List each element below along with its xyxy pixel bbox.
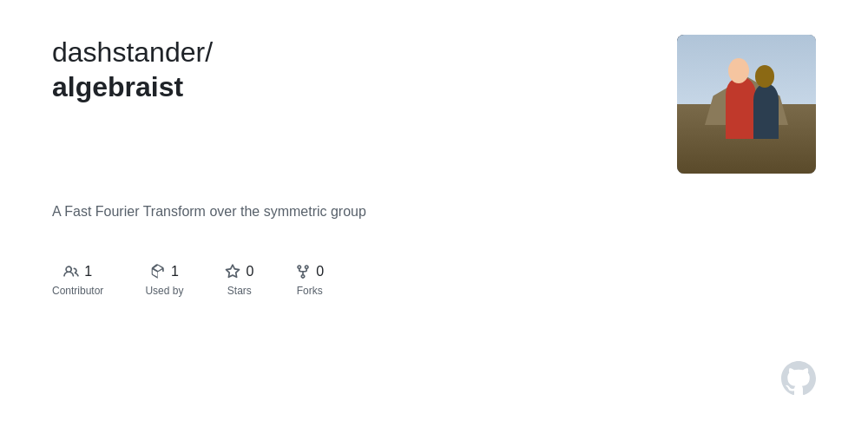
contributor-icon <box>63 264 79 279</box>
title-block: dashstander/ algebraist <box>52 35 642 104</box>
stats-row: 1 Contributor 1 Used by <box>52 264 816 297</box>
stat-contributor[interactable]: 1 Contributor <box>52 264 103 297</box>
stat-forks[interactable]: 0 Forks <box>295 264 324 297</box>
repo-name-block: algebraist <box>52 69 642 104</box>
avatar <box>677 35 816 174</box>
header-row: dashstander/ algebraist <box>52 35 816 174</box>
star-icon <box>225 264 240 279</box>
github-logo <box>781 361 816 399</box>
used-by-icon <box>150 264 166 279</box>
avatar-image <box>677 35 816 174</box>
fork-icon <box>295 264 311 279</box>
repo-owner: dashstander/ <box>52 35 642 69</box>
stat-stars[interactable]: 0 Stars <box>225 264 253 297</box>
repo-description: A Fast Fourier Transform over the symmet… <box>52 201 816 222</box>
page-container: dashstander/ algebraist A Fast Fourier T… <box>0 0 868 434</box>
stat-used-by[interactable]: 1 Used by <box>145 264 183 297</box>
